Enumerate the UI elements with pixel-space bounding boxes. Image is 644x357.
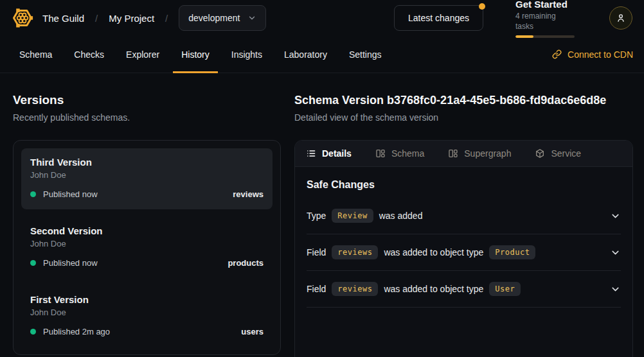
tab-schema-view[interactable]: Schema	[375, 148, 424, 159]
tab-details[interactable]: Details	[306, 148, 352, 159]
main-nav: Schema Checks Explorer History Insights …	[0, 36, 644, 73]
user-avatar[interactable]	[609, 6, 632, 30]
chevron-down-icon[interactable]	[610, 211, 621, 222]
published-status-dot	[30, 329, 36, 335]
breadcrumb-project[interactable]: My Project	[109, 13, 154, 24]
published-status-text: Published now	[43, 258, 98, 268]
latest-changes-label: Latest changes	[408, 13, 469, 23]
service-name: products	[228, 258, 264, 268]
schema-version-detail-card: Details Schema Sup	[294, 140, 633, 357]
type-name-chip: Review	[332, 209, 373, 223]
change-row[interactable]: Field reviews was added to object type U…	[307, 271, 621, 308]
tab-supergraph-label: Supergraph	[464, 148, 511, 159]
tab-schema[interactable]: Schema	[11, 36, 60, 73]
latest-changes-button[interactable]: Latest changes	[394, 5, 483, 31]
tab-details-label: Details	[322, 148, 352, 159]
safe-changes-heading: Safe Changes	[307, 179, 621, 191]
link-icon	[552, 49, 562, 59]
columns-icon	[375, 148, 386, 159]
published-status-text: Published now	[43, 189, 98, 199]
chevron-down-icon[interactable]	[610, 284, 621, 295]
version-list-item[interactable]: Third Version John Doe Published now rev…	[21, 148, 273, 209]
nav-tabs: Schema Checks Explorer History Insights …	[11, 36, 390, 73]
connect-to-cdn-link[interactable]: Connect to CDN	[552, 36, 633, 73]
version-list-item[interactable]: Second Version John Doe Published now pr…	[21, 217, 273, 278]
notification-dot	[479, 3, 485, 10]
change-description: was added	[379, 211, 423, 221]
get-started-subtitle: 4 remaining tasks	[515, 11, 575, 31]
tab-checks[interactable]: Checks	[66, 36, 112, 73]
schema-version-subtitle: Detailed view of the schema version	[294, 112, 633, 123]
change-row[interactable]: Type Review was added	[307, 198, 621, 234]
version-author: John Doe	[30, 239, 264, 248]
tab-supergraph[interactable]: Supergraph	[448, 148, 511, 159]
field-name-chip: reviews	[332, 282, 378, 296]
tab-service[interactable]: Service	[535, 148, 581, 159]
versions-panel: Versions Recently published schemas. Thi…	[0, 73, 294, 357]
published-status-text: Published 2m ago	[43, 327, 110, 336]
version-title: Third Version	[30, 156, 264, 168]
get-started-progress-fill	[515, 35, 533, 38]
version-title: Second Version	[30, 225, 264, 237]
version-list-item[interactable]: First Version John Doe Published 2m ago …	[21, 286, 273, 347]
breadcrumb-separator: /	[95, 13, 98, 24]
breadcrumb-org[interactable]: The Guild	[42, 13, 84, 24]
breadcrumb-separator: /	[165, 13, 168, 24]
tab-history[interactable]: History	[173, 36, 218, 73]
versions-subtitle: Recently published schemas.	[13, 112, 281, 123]
cube-icon	[535, 148, 545, 159]
schema-version-panel: Schema Version b3768fc0-21a4-45e5-b686-f…	[294, 73, 633, 357]
hive-logo-icon[interactable]	[12, 7, 33, 29]
version-author: John Doe	[30, 308, 264, 317]
versions-title: Versions	[13, 92, 281, 108]
columns-icon	[448, 148, 458, 159]
top-bar: The Guild / My Project / development Lat…	[0, 0, 644, 36]
change-prefix: Field	[307, 284, 326, 294]
target-selector-dropdown[interactable]: development	[179, 5, 266, 31]
tab-explorer[interactable]: Explorer	[118, 36, 168, 73]
detail-tabs: Details Schema Sup	[295, 141, 632, 167]
tab-schema-view-label: Schema	[391, 148, 424, 159]
published-status-dot	[30, 191, 36, 197]
detail-body: Safe Changes Type Review was added Field…	[295, 167, 632, 308]
list-icon	[306, 148, 316, 159]
version-author: John Doe	[30, 170, 264, 180]
change-prefix: Field	[307, 247, 326, 257]
get-started-widget[interactable]: Get Started 4 remaining tasks	[515, 0, 575, 38]
tab-settings[interactable]: Settings	[341, 36, 390, 73]
get-started-title: Get Started	[515, 0, 575, 10]
version-title: First Version	[30, 293, 264, 306]
field-name-chip: reviews	[332, 245, 378, 259]
main-content: Versions Recently published schemas. Thi…	[0, 73, 644, 357]
type-name-chip: User	[489, 282, 521, 296]
tab-service-label: Service	[551, 148, 581, 159]
change-description: was added to object type	[384, 247, 483, 257]
tab-laboratory[interactable]: Laboratory	[276, 36, 335, 73]
target-selector-value: development	[188, 13, 240, 23]
tab-insights[interactable]: Insights	[223, 36, 271, 73]
service-name: users	[241, 327, 264, 336]
chevron-down-icon[interactable]	[610, 247, 621, 258]
schema-version-title: Schema Version b3768fc0-21a4-45e5-b686-f…	[294, 92, 633, 108]
published-status-dot	[30, 260, 36, 266]
change-description: was added to object type	[384, 284, 483, 294]
connect-to-cdn-label: Connect to CDN	[568, 49, 633, 60]
type-name-chip: Product	[489, 245, 535, 259]
chevron-down-icon	[247, 13, 256, 22]
change-row[interactable]: Field reviews was added to object type P…	[307, 234, 621, 271]
person-icon	[615, 12, 627, 24]
versions-list: Third Version John Doe Published now rev…	[13, 140, 281, 355]
service-name: reviews	[233, 189, 264, 199]
change-prefix: Type	[307, 211, 326, 221]
